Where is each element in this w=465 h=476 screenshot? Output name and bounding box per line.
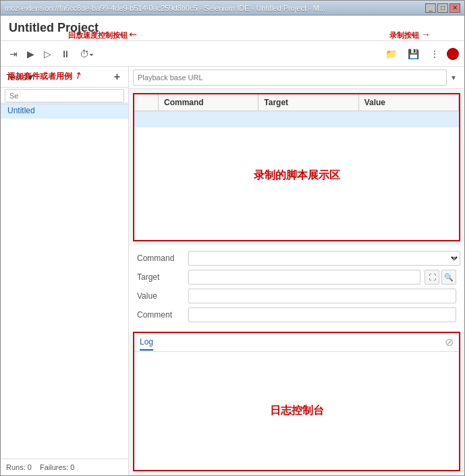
command-form: Command ▾ Target ⛶ 🔍 Value bbox=[129, 245, 464, 332]
target-select-icon[interactable]: ⛶ bbox=[425, 270, 439, 285]
main-window: moz-extension://fa6cc8de-ba99-4de9-b514-… bbox=[0, 0, 465, 476]
add-annotation-area: 添加套件或者用例 ↗ bbox=[1, 88, 128, 102]
command-label: Command bbox=[137, 254, 184, 263]
command-row: Command ▾ bbox=[137, 251, 456, 266]
test-item-label: Untitled bbox=[7, 106, 35, 115]
pause-button[interactable]: ⏸ bbox=[57, 47, 74, 61]
speed-button[interactable]: ⏱▾ bbox=[76, 47, 97, 61]
add-test-button[interactable]: + bbox=[111, 71, 123, 83]
sidebar: Tests ▾ + 添加套件或者用例 ↗ Untitled bbox=[1, 67, 129, 475]
col-value: Value bbox=[359, 94, 459, 111]
save-button[interactable]: 💾 bbox=[404, 47, 422, 61]
menu-button[interactable]: ⋮ bbox=[427, 47, 443, 61]
search-input[interactable] bbox=[5, 89, 124, 102]
comment-input[interactable] bbox=[188, 307, 456, 322]
title-bar-buttons: _ □ ✕ bbox=[425, 3, 460, 13]
project-title: Untitled Project bbox=[9, 21, 456, 35]
url-input[interactable] bbox=[133, 69, 447, 86]
log-area: Log ⊘ 日志控制台 bbox=[133, 332, 460, 471]
target-icons: ⛶ 🔍 bbox=[425, 270, 456, 285]
failures-count: Failures: 0 bbox=[40, 463, 74, 471]
tests-label: Tests bbox=[6, 72, 26, 82]
minimize-button[interactable]: _ bbox=[425, 3, 436, 13]
url-bar: ▾ bbox=[129, 67, 464, 89]
script-table-header: Command Target Value bbox=[134, 94, 459, 111]
comment-label: Comment bbox=[137, 310, 184, 320]
title-bar: moz-extension://fa6cc8de-ba99-4de9-b514-… bbox=[1, 1, 464, 16]
tests-dropdown[interactable]: Tests ▾ bbox=[6, 72, 33, 82]
log-clear-icon[interactable]: ⊘ bbox=[445, 336, 454, 349]
runs-count: Runs: 0 bbox=[6, 463, 32, 471]
script-table-body: 录制的脚本展示区 bbox=[134, 111, 459, 240]
log-tab[interactable]: Log bbox=[140, 334, 153, 351]
log-annotation: 日志控制台 bbox=[270, 404, 324, 418]
test-item-untitled[interactable]: Untitled bbox=[1, 102, 128, 119]
url-dropdown-arrow[interactable]: ▾ bbox=[447, 73, 460, 82]
col-command: Command bbox=[159, 94, 258, 111]
toolbar: ⇥ ▶ ▷ ⏸ ⏱▾ 📁 💾 ⋮ 回放速度控制按钮 ↙ 录制按钮 → bbox=[1, 41, 464, 67]
target-label: Target bbox=[137, 272, 184, 282]
folder-button[interactable]: 📁 bbox=[382, 47, 400, 61]
target-input[interactable] bbox=[188, 270, 420, 285]
col-target: Target bbox=[258, 94, 358, 111]
script-area: Command Target Value 录制的脚本展示区 bbox=[133, 93, 460, 241]
comment-row: Comment bbox=[137, 307, 456, 322]
sidebar-header: Tests ▾ + bbox=[1, 67, 128, 88]
app-header: Untitled Project bbox=[1, 16, 464, 41]
log-body: 日志控制台 bbox=[134, 352, 459, 470]
title-bar-text: moz-extension://fa6cc8de-ba99-4de9-b514-… bbox=[5, 4, 425, 12]
toolbar-left: ⇥ ▶ ▷ ⏸ ⏱▾ bbox=[6, 47, 97, 61]
right-panel: ▾ Command Target Value bbox=[129, 67, 464, 475]
value-input[interactable] bbox=[188, 289, 456, 303]
script-annotation: 录制的脚本展示区 bbox=[254, 169, 340, 183]
test-list: Untitled bbox=[1, 102, 128, 280]
target-row: Target ⛶ 🔍 bbox=[137, 270, 456, 285]
play-all-button[interactable]: ▶ bbox=[24, 47, 38, 61]
step-over-button[interactable]: ⇥ bbox=[6, 47, 21, 61]
value-row: Value bbox=[137, 289, 456, 303]
tests-dropdown-arrow: ▾ bbox=[28, 72, 33, 82]
command-select[interactable] bbox=[188, 251, 460, 266]
sidebar-footer: Runs: 0 Failures: 0 bbox=[1, 458, 128, 475]
script-row-highlight bbox=[134, 111, 459, 127]
value-label: Value bbox=[137, 291, 184, 301]
maximize-button[interactable]: □ bbox=[437, 3, 448, 13]
close-button[interactable]: ✕ bbox=[449, 3, 460, 13]
play-current-button[interactable]: ▷ bbox=[40, 47, 55, 61]
record-button[interactable] bbox=[447, 48, 459, 60]
col-num bbox=[134, 94, 159, 111]
main-content: Tests ▾ + 添加套件或者用例 ↗ Untitled bbox=[1, 67, 464, 475]
sidebar-spacer bbox=[1, 280, 128, 458]
target-search-icon[interactable]: 🔍 bbox=[441, 270, 456, 285]
toolbar-right: 📁 💾 ⋮ bbox=[382, 47, 459, 61]
log-header: Log ⊘ bbox=[134, 333, 459, 352]
